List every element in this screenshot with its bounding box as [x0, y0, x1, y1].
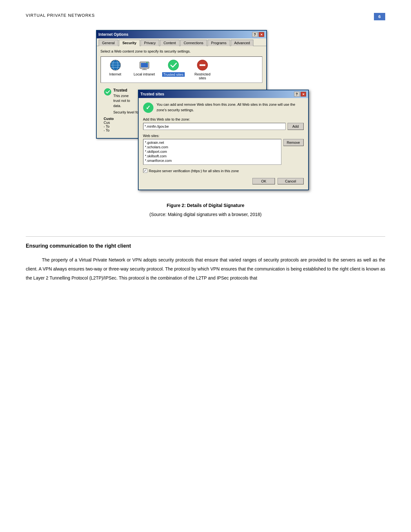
trusted-content: ✓ You can add and remove Web sites from …: [139, 98, 308, 190]
trusted-info-text: You can add and remove Web sites from th…: [157, 102, 304, 113]
ie-custom-item-2: - To: [104, 124, 142, 128]
page-header: VIRTUAL PRIVATE NETWORKS 6: [26, 13, 385, 20]
ie-custom-title: Custo: [104, 117, 142, 121]
trusted-cancel-button[interactable]: Cancel: [278, 178, 303, 184]
page-title-header: VIRTUAL PRIVATE NETWORKS: [26, 13, 95, 18]
trusted-ok-button[interactable]: OK: [252, 178, 275, 184]
tab-advanced[interactable]: Advanced: [231, 40, 254, 46]
trusted-titlebar-buttons: ? ✕: [294, 92, 306, 97]
screenshot-wrapper: Internet Options ? ✕ General Security Pr…: [96, 30, 315, 198]
trusted-add-row: Add: [143, 123, 304, 130]
trusted-remove-button[interactable]: Remove: [283, 139, 304, 146]
tab-general[interactable]: General: [99, 40, 118, 46]
zone-trusted-label: Trusted sites: [162, 72, 185, 77]
trusted-site-1: *.gotrain.net: [144, 140, 280, 145]
trusted-site-3: *.skillport.com: [144, 149, 280, 154]
zone-trusted[interactable]: Trusted sites: [162, 59, 185, 80]
page: VIRTUAL PRIVATE NETWORKS 6 Internet Opti…: [0, 0, 411, 532]
trusted-info-row: ✓ You can add and remove Web sites from …: [143, 102, 304, 113]
trusted-dialog-titlebar: Trusted sites ? ✕: [139, 90, 308, 98]
section-heading: Ensuring communication to the right clie…: [26, 243, 385, 249]
zone-restricted-label: Restrictedsites: [194, 72, 210, 80]
ie-close-button[interactable]: ✕: [259, 32, 264, 37]
trusted-verify-row: ✓ Require server verification (https:) f…: [143, 169, 304, 173]
ie-security-level: Security level fo: [113, 110, 139, 114]
svg-rect-8: [143, 68, 146, 69]
trusted-sites-list[interactable]: *.gotrain.net *.scholars.com *.skillport…: [143, 139, 281, 165]
trusted-site-4: *.skillsoft.com: [144, 154, 280, 158]
zone-internet-label: Internet: [109, 72, 121, 76]
trusted-add-button[interactable]: Add: [288, 123, 304, 130]
ie-tabs: General Security Privacy Content Connect…: [97, 38, 266, 46]
body-paragraph: The property of a Virtual Private Networ…: [26, 255, 385, 282]
zone-icons-row: Internet: [101, 56, 262, 83]
tab-connections[interactable]: Connections: [180, 40, 207, 46]
trusted-add-label: Add this Web site to the zone:: [143, 117, 304, 121]
screenshot-area: Internet Options ? ✕ General Security Pr…: [26, 30, 385, 227]
svg-rect-14: [200, 64, 205, 66]
tab-content[interactable]: Content: [160, 40, 180, 46]
svg-point-15: [104, 88, 111, 95]
ie-titlebar-buttons: ? ✕: [252, 32, 264, 37]
figure-source: (Source: Making digital signatures with …: [150, 212, 262, 217]
trusted-sites-label: Web sites:: [143, 134, 304, 138]
ie-custom-level: Custo Cus - To - To: [104, 117, 142, 132]
ie-zone-desc: This zonetrust not todata.: [113, 94, 139, 108]
svg-point-12: [168, 60, 179, 70]
trusted-sites-row: *.gotrain.net *.scholars.com *.skillport…: [143, 139, 304, 165]
trusted-add-input[interactable]: [143, 123, 286, 130]
intranet-icon: [139, 59, 150, 71]
tab-programs[interactable]: Programs: [208, 40, 230, 46]
globe-icon: [110, 59, 121, 71]
zone-intranet-label: Local intranet: [133, 72, 155, 76]
trusted-dialog-title: Trusted sites: [141, 92, 164, 96]
trusted-close-button[interactable]: ✕: [300, 92, 306, 97]
trusted-info-icon: ✓: [143, 103, 153, 113]
ie-dialog-title: Internet Options: [99, 32, 129, 37]
ie-instructions: Select a Web content zone to specify its…: [101, 49, 262, 53]
ie-help-button[interactable]: ?: [252, 32, 258, 37]
restricted-icon: [197, 59, 208, 71]
svg-rect-7: [141, 63, 148, 67]
zone-internet[interactable]: Internet: [104, 59, 127, 80]
trusted-help-button[interactable]: ?: [294, 92, 300, 97]
trusted-icon: [168, 59, 179, 71]
ie-custom-item-1: Cus: [104, 121, 142, 124]
trusted-site-5: *.smartforce.com: [144, 158, 280, 163]
svg-rect-9: [142, 69, 147, 70]
trusted-verify-checkbox[interactable]: ✓: [143, 169, 147, 173]
ie-custom-item-3: - To: [104, 128, 142, 132]
section-divider: [26, 236, 385, 237]
trusted-verify-label: Require server verification (https:) for…: [149, 169, 239, 173]
zone-intranet[interactable]: Local intranet: [133, 59, 156, 80]
tab-security[interactable]: Security: [119, 40, 140, 46]
page-number-box: 6: [374, 13, 385, 20]
trusted-site-2: *.scholars.com: [144, 145, 280, 149]
trusted-sites-dialog: Trusted sites ? ✕ ✓ You can add and remo…: [138, 90, 309, 190]
svg-point-11: [146, 62, 147, 63]
ie-dialog-titlebar: Internet Options ? ✕: [97, 31, 266, 38]
ie-zone-title: Trusted: [113, 88, 139, 93]
trusted-ok-row: OK Cancel: [143, 178, 304, 186]
zone-restricted[interactable]: Restrictedsites: [191, 59, 214, 80]
tab-privacy[interactable]: Privacy: [141, 40, 159, 46]
figure-caption: Figure 2: Details of Digital Signature: [167, 203, 244, 208]
